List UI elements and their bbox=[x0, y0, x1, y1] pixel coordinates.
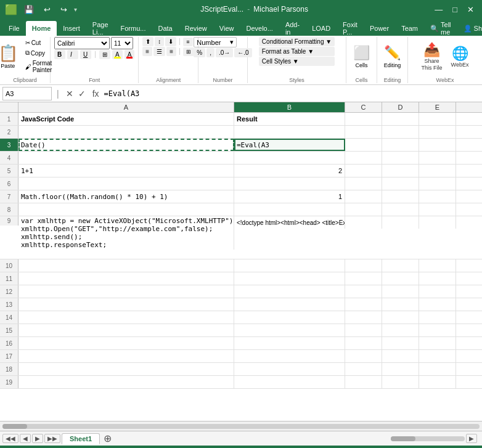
minimize-button[interactable]: — bbox=[431, 4, 446, 15]
comma-button[interactable]: , bbox=[206, 48, 214, 57]
cell-e5[interactable] bbox=[419, 165, 456, 177]
cell-c11[interactable] bbox=[345, 272, 382, 285]
cell-d15[interactable] bbox=[382, 324, 419, 336]
cell-b14[interactable] bbox=[234, 311, 345, 324]
cell-a11[interactable] bbox=[18, 272, 234, 285]
cell-a12[interactable] bbox=[18, 285, 234, 298]
cell-a8[interactable] bbox=[18, 203, 234, 216]
cell-c17[interactable] bbox=[345, 350, 382, 362]
cell-e4[interactable] bbox=[419, 152, 456, 164]
sheet-nav-next[interactable]: ▶ bbox=[32, 434, 43, 443]
conditional-format-button[interactable]: Conditional Formatting ▼ bbox=[259, 37, 335, 46]
cell-b16[interactable] bbox=[234, 337, 345, 349]
tab-file[interactable]: File bbox=[2, 21, 26, 36]
cell-b2[interactable] bbox=[234, 126, 345, 138]
tab-page-layout[interactable]: Page Li... bbox=[86, 21, 115, 36]
cell-c5[interactable] bbox=[345, 165, 382, 177]
cell-d1[interactable] bbox=[382, 113, 419, 125]
cell-e14[interactable] bbox=[419, 311, 456, 324]
cell-a13[interactable] bbox=[18, 298, 234, 311]
undo-button[interactable]: ↩ bbox=[41, 4, 54, 15]
border-button[interactable]: ⊞ bbox=[99, 50, 110, 59]
col-header-a[interactable]: A bbox=[18, 102, 234, 112]
align-left-button[interactable]: ≡ bbox=[142, 47, 152, 56]
cell-a1[interactable]: JavaScript Code bbox=[18, 113, 234, 125]
cell-e18[interactable] bbox=[419, 363, 456, 375]
cell-a3[interactable]: Date() bbox=[18, 139, 234, 151]
increase-decimal-button[interactable]: .0→ bbox=[216, 48, 233, 57]
cell-b5[interactable]: 2 bbox=[234, 165, 345, 177]
cell-c7[interactable] bbox=[345, 190, 382, 203]
cell-a16[interactable] bbox=[18, 337, 234, 349]
cell-c9[interactable] bbox=[345, 216, 382, 229]
editing-button[interactable]: ✏️ Editing bbox=[380, 43, 406, 70]
cell-c13[interactable] bbox=[345, 298, 382, 311]
tab-home[interactable]: Home bbox=[26, 21, 57, 36]
cell-d12[interactable] bbox=[382, 285, 419, 298]
cell-e2[interactable] bbox=[419, 126, 456, 138]
webex-button[interactable]: 🌐 WebEx bbox=[448, 44, 472, 70]
cell-d18[interactable] bbox=[382, 363, 419, 375]
cell-e19[interactable] bbox=[419, 376, 456, 388]
cell-d14[interactable] bbox=[382, 311, 419, 324]
cells-button[interactable]: ⬜ Cells bbox=[349, 43, 374, 70]
cell-d5[interactable] bbox=[382, 165, 419, 177]
tab-load[interactable]: LOAD bbox=[306, 21, 337, 36]
tab-data[interactable]: Data bbox=[152, 21, 178, 36]
align-top-button[interactable]: ⬆ bbox=[142, 37, 153, 46]
cell-a18[interactable] bbox=[18, 363, 234, 375]
cell-c2[interactable] bbox=[345, 126, 382, 138]
cell-b19[interactable] bbox=[234, 376, 345, 388]
format-as-table-button[interactable]: Format as Table ▼ bbox=[259, 47, 335, 56]
cell-b13[interactable] bbox=[234, 298, 345, 311]
cell-a4[interactable] bbox=[18, 152, 234, 164]
align-right-button[interactable]: ≡ bbox=[166, 47, 176, 56]
tab-add-in[interactable]: Add-in bbox=[279, 21, 306, 36]
cell-d11[interactable] bbox=[382, 272, 419, 285]
cell-c19[interactable] bbox=[345, 376, 382, 388]
cell-a6[interactable] bbox=[18, 177, 234, 190]
formula-input[interactable] bbox=[102, 88, 482, 99]
grid-scroll[interactable]: 1 JavaScript Code Result 2 bbox=[0, 113, 482, 421]
cell-b18[interactable] bbox=[234, 363, 345, 375]
cell-b12[interactable] bbox=[234, 285, 345, 298]
sheet-tab-sheet1[interactable]: Sheet1 bbox=[62, 433, 100, 444]
font-size-select[interactable]: 11 bbox=[111, 37, 133, 49]
cell-e8[interactable] bbox=[419, 203, 456, 216]
sheet-nav-last[interactable]: ▶▶ bbox=[44, 434, 60, 443]
cell-e10[interactable] bbox=[419, 259, 456, 272]
cell-a10[interactable] bbox=[18, 259, 234, 272]
cell-d9[interactable] bbox=[382, 216, 419, 229]
tab-view[interactable]: View bbox=[213, 21, 240, 36]
cell-e9[interactable] bbox=[419, 216, 456, 229]
save-button[interactable]: 💾 bbox=[21, 4, 37, 15]
cell-b6[interactable] bbox=[234, 177, 345, 190]
underline-button[interactable]: U bbox=[80, 50, 91, 59]
cell-c14[interactable] bbox=[345, 311, 382, 324]
cell-b17[interactable] bbox=[234, 350, 345, 362]
tab-formulas[interactable]: Formu... bbox=[115, 21, 152, 36]
cell-a5[interactable]: 1+1 bbox=[18, 165, 234, 177]
cell-d10[interactable] bbox=[382, 259, 419, 272]
sheet-nav-first[interactable]: ◀◀ bbox=[2, 434, 18, 443]
tab-foxit[interactable]: Foxit P... bbox=[337, 21, 364, 36]
cell-d8[interactable] bbox=[382, 203, 419, 216]
cell-a7[interactable]: Math.floor((Math.random() * 10) + 1) bbox=[18, 190, 234, 203]
cell-d7[interactable] bbox=[382, 190, 419, 203]
cell-c6[interactable] bbox=[345, 177, 382, 190]
cell-b3[interactable]: =Eval(A3 bbox=[234, 139, 345, 151]
align-center-button[interactable]: ☰ bbox=[153, 47, 165, 56]
cell-c4[interactable] bbox=[345, 152, 382, 164]
cell-a14[interactable] bbox=[18, 311, 234, 324]
tab-review[interactable]: Review bbox=[179, 21, 213, 36]
cell-b1[interactable]: Result bbox=[234, 113, 345, 125]
percent-button[interactable]: % bbox=[194, 48, 205, 57]
cell-b9[interactable]: <!doctype html><html><head> <title>Examp… bbox=[234, 216, 345, 229]
maximize-button[interactable]: □ bbox=[449, 4, 460, 15]
name-box[interactable] bbox=[2, 87, 52, 100]
tab-power[interactable]: Power bbox=[364, 21, 395, 36]
cell-d3[interactable] bbox=[382, 139, 419, 151]
cell-d13[interactable] bbox=[382, 298, 419, 311]
cell-e3[interactable] bbox=[419, 139, 456, 151]
tab-insert[interactable]: Insert bbox=[57, 21, 86, 36]
